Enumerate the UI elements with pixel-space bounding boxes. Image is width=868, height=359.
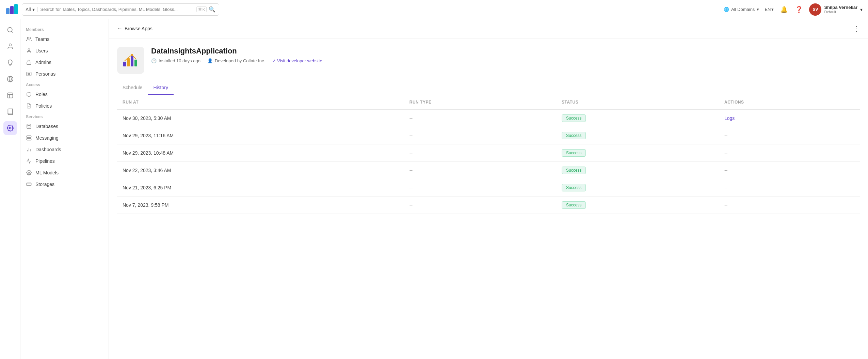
search-input[interactable] (41, 7, 194, 12)
table-row: Nov 29, 2023, 11:16 AM--Success-- (117, 127, 860, 144)
nav-item-admins[interactable]: Admins (20, 57, 109, 68)
cell-run-at: Nov 29, 2023, 11:16 AM (117, 127, 404, 144)
logs-link[interactable]: Logs (724, 115, 735, 121)
chevron-down-icon: ▾ (860, 7, 863, 12)
svg-rect-12 (27, 72, 31, 76)
svg-rect-19 (27, 138, 31, 140)
nav-item-pipelines[interactable]: Pipelines (20, 155, 109, 167)
domain-selector[interactable]: 🌐 All Domains ▾ (724, 7, 759, 12)
teams-icon (26, 36, 32, 42)
nav-roles-label: Roles (35, 92, 48, 97)
cell-run-at: Nov 21, 2023, 6:25 PM (117, 179, 404, 197)
nav-ml-models-label: ML Models (35, 170, 59, 175)
svg-point-9 (27, 37, 29, 39)
nav-item-roles[interactable]: Roles (20, 89, 109, 100)
svg-rect-27 (123, 62, 126, 66)
user-info: Shilpa Vernekar Default (824, 5, 857, 14)
nav-storages-label: Storages (35, 182, 54, 187)
sidebar-settings-button[interactable] (3, 121, 17, 135)
nav-pipelines-label: Pipelines (35, 158, 55, 164)
cell-run-at: Nov 30, 2023, 5:30 AM (117, 110, 404, 127)
table-row: Nov 22, 2023, 3:46 AM--Success-- (117, 162, 860, 179)
sidebar-governance-button[interactable] (3, 40, 17, 53)
members-section-label: Members (20, 25, 109, 33)
svg-point-8 (9, 127, 11, 129)
nav-item-users[interactable]: Users (20, 45, 109, 57)
sidebar-data-quality-button[interactable] (3, 89, 17, 102)
status-badge: Success (562, 167, 586, 174)
search-bar[interactable]: All ▾ ⌘ K 🔍 (22, 3, 219, 16)
svg-rect-2 (14, 4, 18, 14)
cell-actions: -- (719, 162, 860, 179)
nav-item-ml-models[interactable]: ML Models (20, 167, 109, 178)
no-action: -- (724, 168, 727, 173)
no-action: -- (724, 150, 727, 156)
svg-rect-7 (7, 93, 13, 98)
nav-item-policies[interactable]: Policies (20, 100, 109, 112)
chevron-down-icon: ▾ (32, 7, 35, 12)
nav-item-personas[interactable]: Personas (20, 68, 109, 80)
tab-schedule[interactable]: Schedule (117, 81, 148, 95)
back-arrow-icon: ← (117, 26, 123, 32)
app-info-section: DataInsightsApplication 🕐 Installed 10 d… (109, 38, 868, 74)
access-section-label: Access (20, 80, 109, 89)
more-options-button[interactable]: ⋮ (853, 25, 860, 33)
nav-item-databases[interactable]: Databases (20, 121, 109, 132)
back-link[interactable]: ← Browse Apps (117, 26, 152, 32)
cell-actions: -- (719, 197, 860, 214)
nav-item-messaging[interactable]: Messaging (20, 132, 109, 144)
app-details: DataInsightsApplication 🕐 Installed 10 d… (151, 47, 322, 63)
chevron-down-icon: ▾ (757, 7, 759, 12)
nav-personas-label: Personas (35, 71, 55, 77)
no-action: -- (724, 133, 727, 138)
visit-developer-link[interactable]: ↗ Visit developer website (272, 58, 322, 63)
admins-icon (26, 59, 32, 65)
language-selector[interactable]: EN ▾ (765, 7, 774, 12)
user-profile[interactable]: SV Shilpa Vernekar Default ▾ (809, 3, 863, 16)
sidebar-insights-button[interactable] (3, 56, 17, 69)
sidebar-observability-button[interactable] (3, 105, 17, 119)
top-nav: All ▾ ⌘ K 🔍 🌐 All Domains ▾ EN ▾ 🔔 ❓ SV … (0, 0, 868, 19)
search-icon: 🔍 (209, 6, 215, 13)
sidebar-explore-button[interactable] (3, 23, 17, 37)
pipelines-icon (26, 158, 32, 164)
status-badge: Success (562, 132, 586, 139)
table-row: Nov 29, 2023, 10:48 AM--Success-- (117, 144, 860, 162)
nav-databases-label: Databases (35, 124, 58, 129)
table-row: Nov 7, 2023, 9:58 PM--Success-- (117, 197, 860, 214)
logo[interactable] (5, 3, 18, 16)
cell-actions: -- (719, 179, 860, 197)
svg-point-14 (29, 73, 30, 74)
sidebar-domains-button[interactable] (3, 72, 17, 86)
nav-admins-label: Admins (35, 60, 51, 65)
svg-rect-30 (134, 60, 137, 66)
app-icon (121, 51, 140, 70)
cell-run-at: Nov 29, 2023, 10:48 AM (117, 144, 404, 162)
nav-item-storages[interactable]: Storages (20, 178, 109, 190)
tab-history[interactable]: History (148, 81, 174, 95)
nav-item-teams[interactable]: Teams (20, 33, 109, 45)
nav-item-dashboards[interactable]: Dashboards (20, 144, 109, 155)
svg-point-31 (131, 54, 133, 56)
cell-actions: -- (719, 144, 860, 162)
cell-run-at: Nov 7, 2023, 9:58 PM (117, 197, 404, 214)
svg-rect-28 (127, 58, 130, 66)
col-status: STATUS (556, 95, 719, 110)
search-type-dropdown[interactable]: All ▾ (26, 7, 38, 12)
help-button[interactable]: ❓ (794, 5, 804, 14)
installed-info: 🕐 Installed 10 days ago (151, 58, 200, 63)
svg-point-25 (28, 172, 30, 173)
notifications-button[interactable]: 🔔 (779, 5, 789, 14)
ml-models-icon (26, 170, 32, 176)
person-icon: 👤 (207, 58, 213, 63)
policies-icon (26, 103, 32, 109)
app-name: DataInsightsApplication (151, 47, 322, 56)
col-actions: ACTIONS (719, 95, 860, 110)
nav-policies-label: Policies (35, 103, 52, 109)
table-container: RUN AT RUN TYPE STATUS ACTIONS Nov 30, 2… (109, 95, 868, 214)
cell-status: Success (556, 144, 719, 162)
cell-actions[interactable]: Logs (719, 110, 860, 127)
cell-run-type: -- (404, 162, 556, 179)
cell-status: Success (556, 197, 719, 214)
nav-messaging-label: Messaging (35, 135, 59, 141)
